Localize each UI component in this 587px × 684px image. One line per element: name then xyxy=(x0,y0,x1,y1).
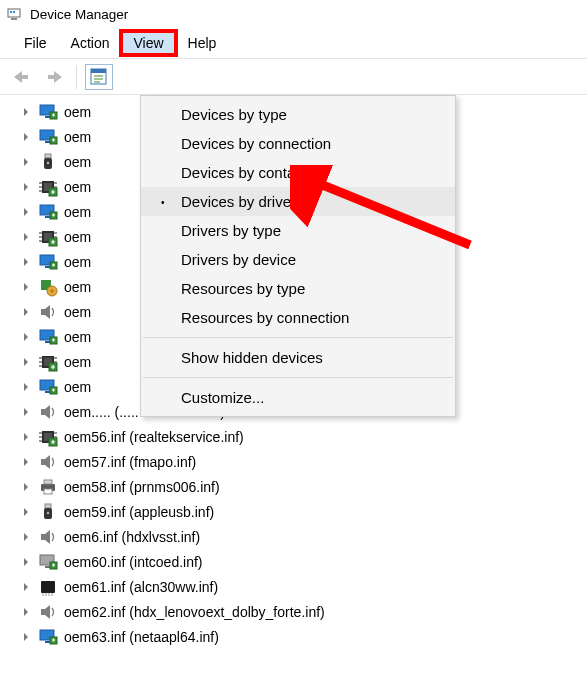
menu-item-label: Resources by connection xyxy=(181,309,349,326)
menu-item-label: Devices by connection xyxy=(181,135,331,152)
chevron-right-icon[interactable] xyxy=(18,604,34,620)
svg-point-44 xyxy=(51,289,54,292)
speaker-icon xyxy=(38,302,58,322)
svg-point-74 xyxy=(47,511,49,513)
toolbar xyxy=(0,59,587,95)
view-menu-item[interactable]: Drivers by device xyxy=(141,245,455,274)
monitor-gray-icon xyxy=(38,552,58,572)
view-menu-item[interactable]: Customize... xyxy=(141,383,455,412)
tree-item[interactable]: oem58.inf (prnms006.inf) xyxy=(18,474,587,499)
chevron-right-icon[interactable] xyxy=(18,254,34,270)
chip-green-icon xyxy=(38,227,58,247)
menu-item-label: Drivers by device xyxy=(181,251,296,268)
monitor-blue-icon xyxy=(38,327,58,347)
tree-item[interactable]: oem63.inf (netaapl64.inf) xyxy=(18,624,587,649)
device-tree: oemoemoemoemoemoemoemoemoemoemoemoemoem.… xyxy=(0,95,587,649)
chevron-right-icon[interactable] xyxy=(18,579,34,595)
tree-item-label: oem xyxy=(64,304,91,320)
tree-item[interactable]: oem60.inf (intcoed.inf) xyxy=(18,549,587,574)
tree-item[interactable]: oem61.inf (alcn30ww.inf) xyxy=(18,574,587,599)
menu-help[interactable]: Help xyxy=(176,31,229,55)
svg-point-17 xyxy=(47,161,49,163)
printer-icon xyxy=(38,477,58,497)
view-menu-item[interactable]: Devices by container xyxy=(141,158,455,187)
view-menu-item[interactable]: Devices by connection xyxy=(141,129,455,158)
chevron-right-icon[interactable] xyxy=(18,479,34,495)
tree-item-label: oem xyxy=(64,379,91,395)
view-menu-item[interactable]: •Devices by driver xyxy=(141,187,455,216)
titlebar: Device Manager xyxy=(0,0,587,28)
speaker-icon xyxy=(38,602,58,622)
usb-icon xyxy=(38,152,58,172)
chevron-right-icon[interactable] xyxy=(18,304,34,320)
forward-button[interactable] xyxy=(40,64,68,90)
svg-rect-71 xyxy=(44,489,52,494)
menu-separator xyxy=(143,337,453,338)
menubar: FileActionViewHelp xyxy=(0,28,587,59)
monitor-blue-icon xyxy=(38,627,58,647)
menu-item-label: Show hidden devices xyxy=(181,349,323,366)
chevron-right-icon[interactable] xyxy=(18,229,34,245)
svg-rect-3 xyxy=(13,11,15,13)
tree-item-label: oem xyxy=(64,179,91,195)
tree-item-label: oem6.inf (hdxlvsst.inf) xyxy=(64,529,200,545)
chevron-right-icon[interactable] xyxy=(18,629,34,645)
chevron-right-icon[interactable] xyxy=(18,129,34,145)
view-menu-item[interactable]: Devices by type xyxy=(141,100,455,129)
tree-item[interactable]: oem59.inf (appleusb.inf) xyxy=(18,499,587,524)
chevron-right-icon[interactable] xyxy=(18,529,34,545)
chevron-right-icon[interactable] xyxy=(18,379,34,395)
view-menu-item[interactable]: Resources by type xyxy=(141,274,455,303)
chevron-right-icon[interactable] xyxy=(18,404,34,420)
chip-green-icon xyxy=(38,427,58,447)
svg-rect-72 xyxy=(45,504,51,508)
tree-item[interactable]: oem62.inf (hdx_lenovoext_dolby_forte.inf… xyxy=(18,599,587,624)
chevron-right-icon[interactable] xyxy=(18,454,34,470)
view-menu-item[interactable]: Drivers by type xyxy=(141,216,455,245)
monitor-blue-icon xyxy=(38,252,58,272)
properties-button[interactable] xyxy=(85,64,113,90)
monitor-blue-icon xyxy=(38,202,58,222)
view-menu-item[interactable]: Resources by connection xyxy=(141,303,455,332)
view-menu-item[interactable]: Show hidden devices xyxy=(141,343,455,372)
chevron-right-icon[interactable] xyxy=(18,179,34,195)
chevron-right-icon[interactable] xyxy=(18,354,34,370)
back-button[interactable] xyxy=(8,64,36,90)
chevron-right-icon[interactable] xyxy=(18,504,34,520)
chevron-right-icon[interactable] xyxy=(18,329,34,345)
tree-item-label: oem xyxy=(64,204,91,220)
window-title: Device Manager xyxy=(30,7,128,22)
tree-item[interactable]: oem56.inf (realtekservice.inf) xyxy=(18,424,587,449)
chevron-right-icon[interactable] xyxy=(18,154,34,170)
chevron-right-icon[interactable] xyxy=(18,429,34,445)
chip-black-icon xyxy=(38,577,58,597)
menu-item-label: Devices by type xyxy=(181,106,287,123)
chevron-right-icon[interactable] xyxy=(18,279,34,295)
tree-item-label: oem xyxy=(64,229,91,245)
menu-action[interactable]: Action xyxy=(59,31,122,55)
tree-item[interactable]: oem6.inf (hdxlvsst.inf) xyxy=(18,524,587,549)
speaker-icon xyxy=(38,527,58,547)
svg-rect-78 xyxy=(41,581,55,593)
monitor-blue-icon xyxy=(38,127,58,147)
menu-item-label: Devices by driver xyxy=(181,193,296,210)
chevron-right-icon[interactable] xyxy=(18,104,34,120)
menu-item-label: Resources by type xyxy=(181,280,305,297)
chip-green-icon xyxy=(38,177,58,197)
check-bullet-icon: • xyxy=(161,196,165,207)
tree-item-label: oem xyxy=(64,354,91,370)
tree-item-label: oem xyxy=(64,154,91,170)
tree-item-label: oem57.inf (fmapo.inf) xyxy=(64,454,196,470)
tree-item-label: oem63.inf (netaapl64.inf) xyxy=(64,629,219,645)
chevron-right-icon[interactable] xyxy=(18,204,34,220)
svg-rect-70 xyxy=(44,480,52,484)
chevron-right-icon[interactable] xyxy=(18,554,34,570)
speaker-icon xyxy=(38,402,58,422)
tree-item-label: oem xyxy=(64,329,91,345)
device-manager-icon xyxy=(6,6,22,22)
tree-item[interactable]: oem57.inf (fmapo.inf) xyxy=(18,449,587,474)
tree-item-label: oem xyxy=(64,129,91,145)
menu-file[interactable]: File xyxy=(12,31,59,55)
speaker-icon xyxy=(38,452,58,472)
menu-view[interactable]: View xyxy=(121,31,175,55)
